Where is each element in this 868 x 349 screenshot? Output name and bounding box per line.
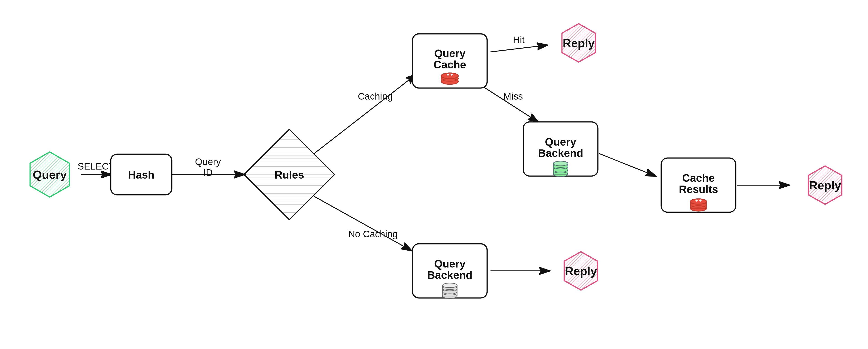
node-reply-cache: Reply bbox=[808, 166, 842, 204]
edge-cache-reply-hit bbox=[491, 45, 547, 52]
label-queryid: Query bbox=[195, 156, 221, 167]
label-querycache2: Cache bbox=[434, 59, 466, 71]
label-hit: Hit bbox=[513, 35, 525, 45]
node-hash: Hash bbox=[111, 154, 172, 195]
label-miss: Miss bbox=[503, 91, 523, 102]
diagram-container: SELECT Query ID Caching Hit Miss No Cach… bbox=[0, 0, 868, 349]
label-hash: Hash bbox=[128, 169, 154, 181]
label-cacheresults1: Cache bbox=[682, 172, 715, 184]
node-reply-hit: Reply bbox=[562, 24, 595, 62]
label-querycache1: Query bbox=[434, 47, 466, 59]
label-reply-cache: Reply bbox=[809, 179, 841, 192]
node-cache-results: Cache Results ✦✦ bbox=[661, 158, 736, 212]
svg-text:✦✦: ✦✦ bbox=[446, 72, 454, 77]
label-querybackend-nc1: Query bbox=[434, 258, 466, 270]
label-querybackend-nc2: Backend bbox=[427, 269, 472, 281]
label-query: Query bbox=[33, 168, 67, 181]
svg-point-41 bbox=[442, 283, 457, 288]
label-reply-nocache: Reply bbox=[565, 265, 597, 278]
label-queryid2: ID bbox=[203, 167, 213, 178]
svg-text:✦✦: ✦✦ bbox=[695, 199, 702, 203]
node-query-cache: Query Cache ✦✦ bbox=[412, 34, 487, 88]
label-rules: Rules bbox=[275, 169, 304, 181]
node-query-backend-miss: Query Backend bbox=[523, 122, 598, 177]
label-reply-hit: Reply bbox=[563, 37, 595, 50]
label-querybackend-miss2: Backend bbox=[538, 147, 583, 159]
svg-point-24 bbox=[553, 161, 568, 166]
edge-rules-cache bbox=[314, 74, 416, 153]
label-querybackend-miss1: Query bbox=[545, 136, 577, 148]
label-caching: Caching bbox=[358, 91, 393, 102]
edge-rules-nocache bbox=[314, 197, 411, 251]
node-reply-nocache: Reply bbox=[564, 252, 598, 290]
main-diagram: SELECT Query ID Caching Hit Miss No Cach… bbox=[0, 0, 868, 349]
label-select: SELECT bbox=[78, 161, 114, 172]
node-rules: Rules bbox=[244, 129, 335, 220]
node-query: Query bbox=[30, 152, 69, 197]
edge-backend-cacheresults bbox=[599, 153, 655, 176]
label-cacheresults2: Results bbox=[679, 183, 718, 195]
label-nocaching: No Caching bbox=[348, 229, 398, 239]
node-query-backend-nocache: Query Backend bbox=[412, 244, 487, 299]
